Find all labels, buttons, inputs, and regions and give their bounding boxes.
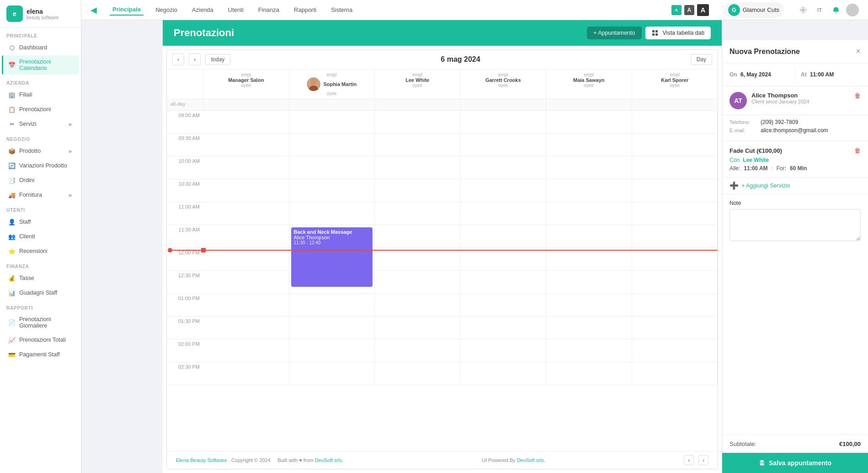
day-col-karl[interactable] — [632, 111, 718, 385]
footer-powered-link[interactable]: DevSoft srls. — [517, 457, 545, 463]
add-service-button[interactable]: ➕ + Aggiungi Servizio — [722, 177, 868, 194]
sidebar-item-prenotazioni-totali[interactable]: 📈 Prenotazioni Totali — [2, 333, 79, 347]
footer-brand: Elena Beauty Software . Copyright © 2024… — [176, 457, 343, 463]
footer-next-button[interactable]: › — [698, 455, 708, 465]
new-appointment-button[interactable]: + Appuntamento — [587, 27, 641, 39]
nav-sistema[interactable]: Sistema — [328, 5, 355, 15]
sidebar-item-clienti[interactable]: 👥 Clienti — [2, 230, 79, 243]
sidebar-item-label: Pagamenti Staff — [19, 351, 60, 358]
sidebar-item-staff[interactable]: 👤 Staff — [2, 215, 79, 229]
save-appointment-button[interactable]: Salva appuntamento — [722, 453, 868, 473]
appointment-date: On 6, May 2024 — [730, 71, 789, 78]
font-large-button[interactable]: A — [697, 4, 709, 16]
client-avatar: AT — [730, 92, 747, 109]
nav-utenti[interactable]: Utenti — [225, 5, 246, 15]
sidebar-item-prodotto[interactable]: 📦 Prodotto ▶ — [2, 144, 79, 158]
calendar-next-button[interactable]: › — [189, 54, 201, 65]
right-panel: Nuova Prenotazione × On 6, May 2024 At 1… — [722, 40, 868, 473]
delete-client-button[interactable]: 🗑 — [854, 92, 861, 99]
nav-azienda[interactable]: Azienda — [189, 5, 216, 15]
day-col-manager[interactable] — [203, 111, 289, 385]
table-view-label: Vista tabella dati — [663, 30, 705, 36]
salon-selector[interactable]: G Glamour Cuts — [724, 2, 784, 18]
time-1030: 10:30 AM — [167, 179, 203, 202]
sidebar-item-prenotazioni-giornaliere[interactable]: 📄 Prenotazioni Giornaliere — [2, 313, 79, 332]
footer-brand-link[interactable]: Elena Beauty Software — [176, 457, 227, 463]
phone-value: (209) 392-7809 — [761, 119, 798, 125]
sidebar-item-label: Fornitura — [19, 192, 42, 198]
prenotazioni-icon: 📋 — [8, 106, 16, 113]
back-button[interactable]: ◀ — [91, 5, 97, 15]
nav-finanza[interactable]: Finanza — [256, 5, 282, 15]
delete-service-button[interactable]: 🗑 — [854, 147, 861, 154]
sidebar-item-label: Dashboard — [19, 44, 47, 51]
svg-rect-3 — [655, 33, 658, 36]
sidebar-item-variazioni[interactable]: 🔄 Variazioni Prodotto — [2, 159, 79, 172]
time-1300: 01:00 PM — [167, 294, 203, 317]
font-medium-button[interactable]: A — [684, 5, 694, 15]
font-small-button[interactable]: A — [671, 5, 682, 15]
employee-header-maia: empl Maia Sawayn oyee — [546, 70, 632, 99]
sidebar-item-filiali[interactable]: 🏢 Filiali — [2, 88, 79, 102]
ordini-icon: 📑 — [8, 177, 16, 184]
client-info: Alice Thompson Client since January 2024 — [751, 92, 850, 104]
sidebar-item-fornitura[interactable]: 🚚 Fornitura ▶ — [2, 188, 79, 202]
nav-principale[interactable]: Principale — [110, 4, 144, 16]
sidebar-item-label: Prenotazioni — [19, 106, 51, 113]
topnav-icons: IT — [797, 4, 859, 16]
client-contact: Telefono: (209) 392-7809 E-mail: alice.t… — [722, 115, 868, 141]
day-col-lee[interactable] — [375, 111, 461, 385]
sidebar-item-tasse[interactable]: 💰 Tasse — [2, 271, 79, 285]
footer-prev-button[interactable]: ‹ — [684, 455, 694, 465]
service-with: Con Lee White — [730, 157, 861, 163]
right-panel-header: Nuova Prenotazione × — [722, 40, 868, 63]
sidebar-item-pagamenti-staff[interactable]: 💳 Pagamenti Staff — [2, 348, 79, 361]
sidebar-item-prenotazioni[interactable]: 📋 Prenotazioni — [2, 102, 79, 116]
sidebar-item-prenotazioni-calendario[interactable]: 📅 Prenotazioni Calendario — [2, 55, 79, 75]
nav-rapporti[interactable]: Rapporti — [291, 5, 319, 15]
table-view-button[interactable]: Vista tabella dati — [645, 27, 711, 39]
notifications-icon[interactable] — [830, 4, 842, 16]
fornitura-icon: 🚚 — [8, 191, 16, 199]
dashboard-icon: ⬡ — [8, 44, 16, 51]
calendar-view-button[interactable]: Day — [691, 54, 712, 65]
sidebar-item-label: Recensioni — [19, 248, 48, 254]
day-col-garrett[interactable] — [461, 111, 547, 385]
section-label-rapporti: RAPPORTI — [0, 300, 81, 312]
event-back-neck-massage[interactable]: Back and Neck Massage Alice Thompson 11:… — [291, 227, 373, 287]
section-label-azienda: AZIENDA — [0, 75, 81, 87]
sidebar-item-ordini[interactable]: 📑 Ordini — [2, 173, 79, 187]
sidebar-item-servizi[interactable]: ✂ Servizi ▶ — [2, 117, 79, 131]
footer-navigation: ‹ › — [684, 455, 708, 465]
svg-point-4 — [310, 79, 317, 85]
footer-devsoft-link[interactable]: DevSoft srls. — [315, 457, 343, 463]
service-section: Fade Cut (€100,00) 🗑 Con Lee White Alle:… — [722, 141, 868, 177]
subtotal-value: €100,00 — [839, 441, 861, 447]
sidebar-item-dashboard[interactable]: ⬡ Dashboard — [2, 41, 79, 54]
language-icon[interactable]: IT — [813, 4, 826, 16]
day-col-maia[interactable] — [546, 111, 632, 385]
calendar-today-button[interactable]: today — [205, 54, 230, 65]
user-avatar[interactable] — [846, 4, 859, 16]
sidebar-item-guadagni[interactable]: 📊 Guadagni Staff — [2, 286, 79, 300]
calendar-prev-button[interactable]: ‹ — [172, 54, 184, 65]
email-label: E-mail: — [730, 128, 757, 133]
time-grid: 09:00 AM 09:30 AM 10:00 AM 10:30 AM 11:0… — [167, 111, 718, 385]
notes-textarea[interactable] — [730, 209, 861, 241]
nav-negozio[interactable]: Negozio — [153, 5, 180, 15]
settings-icon[interactable] — [797, 4, 809, 16]
employee-header-sophia: empl Sophia Martin oyee — [289, 70, 375, 99]
sidebar-item-recensioni[interactable]: ⭐ Recensioni — [2, 244, 79, 258]
day-col-sophia[interactable]: Back and Neck Massage Alice Thompson 11:… — [289, 111, 375, 385]
service-name: Fade Cut (€100,00) — [730, 147, 782, 154]
bookings-title: Prenotazioni — [174, 27, 587, 39]
client-section: AT Alice Thompson Client since January 2… — [722, 86, 868, 115]
sophia-avatar — [307, 77, 320, 91]
pagamenti-icon: 💳 — [8, 351, 16, 358]
appointment-datetime: On 6, May 2024 At 11:00 AM — [722, 63, 868, 86]
time-1100: 11:00 AM — [167, 202, 203, 225]
chevron-right-icon: ▶ — [69, 149, 73, 154]
close-panel-button[interactable]: × — [856, 47, 861, 56]
font-size-controls: A A A — [671, 4, 709, 16]
sidebar-item-label: Filiali — [19, 91, 32, 98]
